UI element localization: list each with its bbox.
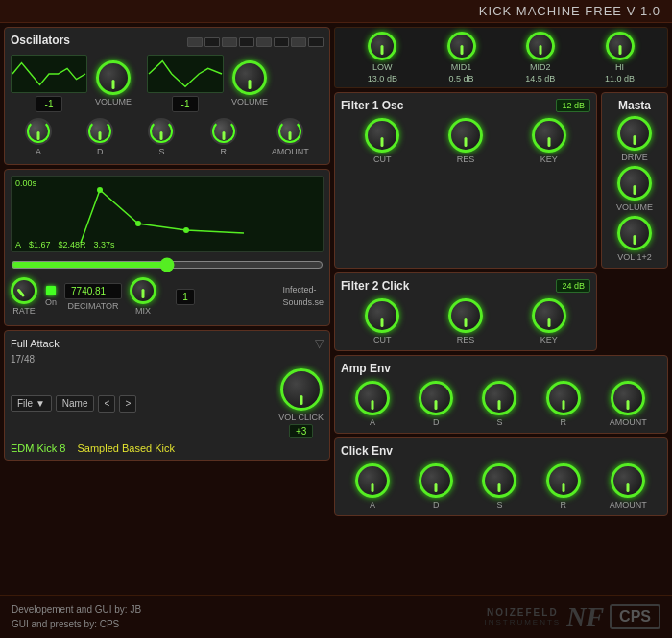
pat-btn-4[interactable] <box>239 37 254 47</box>
filter1-db-badge: 12 dB <box>556 99 590 112</box>
mix-knob[interactable]: MIX <box>130 277 156 316</box>
click-a-dial[interactable] <box>355 463 390 498</box>
filter2-key-knob[interactable]: KEY <box>532 298 566 344</box>
osc-r-knob[interactable]: R <box>210 118 237 156</box>
preset-panel: Full Attack ▽ 17/48 File ▼ Name < > VOL … <box>4 330 330 461</box>
filter1-res-dial[interactable] <box>448 118 483 153</box>
on-indicator[interactable]: On <box>45 286 57 307</box>
osc-s-knob[interactable]: S <box>148 118 175 156</box>
amp-amount-knob[interactable]: AMOUNT <box>610 381 647 427</box>
click-s-dial[interactable] <box>482 463 516 498</box>
name-button[interactable]: Name <box>56 395 95 412</box>
vol-click-knob[interactable] <box>280 368 323 411</box>
osc2-volume-knob-dial[interactable] <box>232 60 267 95</box>
pat-btn-8[interactable] <box>308 37 324 47</box>
osc1-volume-knob-dial[interactable] <box>96 60 131 95</box>
amp-env-knobs: A D S R AMOUNT <box>341 381 661 427</box>
dropdown-arrow[interactable]: ▽ <box>315 337 324 350</box>
filter2-res-dial[interactable] <box>448 298 483 333</box>
filter2-cut-dial[interactable] <box>365 298 399 333</box>
file-dropdown[interactable]: File ▼ <box>11 395 52 412</box>
env-s-value: $1.67 <box>29 240 51 249</box>
filter1-res-knob[interactable]: RES <box>448 118 483 164</box>
masta-drive-knob[interactable]: DRIVE <box>617 116 652 162</box>
click-s-knob[interactable]: S <box>482 463 516 509</box>
filter1-key-dial[interactable] <box>532 118 566 153</box>
filter2-key-dial[interactable] <box>532 298 566 333</box>
masta-vol12-dial[interactable] <box>617 216 652 250</box>
pat-btn-1[interactable] <box>187 37 203 47</box>
osc-amount-knob[interactable]: AMOUNT <box>272 118 309 156</box>
filter2-cut-knob[interactable]: CUT <box>365 298 399 344</box>
click-env-knobs: A D S R AMOUNT <box>341 463 661 509</box>
eq-low-dial[interactable] <box>368 32 396 60</box>
decimator-label: DECIMATOR <box>67 301 118 311</box>
amp-amount-dial[interactable] <box>611 381 645 415</box>
click-r-knob[interactable]: R <box>546 463 581 509</box>
prev-button[interactable]: < <box>98 395 115 413</box>
pat-btn-6[interactable] <box>274 37 289 47</box>
controls-row: RATE On 7740.81 DECIMATOR MIX <box>11 273 324 319</box>
next-button[interactable]: > <box>119 395 136 413</box>
eq-low-knob[interactable] <box>368 32 396 60</box>
osc-s-dial[interactable] <box>148 118 175 145</box>
filter1-panel: Filter 1 Osc 12 dB CUT RES KEY <box>334 92 597 269</box>
osc-r-dial[interactable] <box>210 118 237 145</box>
eq-mid2-dial[interactable] <box>526 32 555 60</box>
amp-s-dial[interactable] <box>482 381 516 415</box>
click-d-knob[interactable]: D <box>419 463 453 509</box>
amp-a-dial[interactable] <box>355 381 390 415</box>
osc2-volume-knob[interactable]: VOLUME <box>231 60 268 106</box>
osc-a-dial[interactable] <box>25 118 52 145</box>
pat-btn-5[interactable] <box>256 37 272 47</box>
decimator-control: 7740.81 DECIMATOR <box>64 283 122 311</box>
masta-vol12-label: VOL 1+2 <box>617 252 651 262</box>
click-r-dial[interactable] <box>546 463 581 498</box>
infected-line2: Sounds.se <box>282 296 324 309</box>
eq-mid1-dial[interactable] <box>447 32 476 60</box>
osc-a-knob[interactable]: A <box>25 118 52 156</box>
osc1-waveform <box>11 55 87 93</box>
mix-dial[interactable] <box>130 277 156 304</box>
env-s2-value: $2.48R <box>59 240 86 249</box>
osc1-volume-knob[interactable]: VOLUME <box>95 60 132 106</box>
osc-d-knob[interactable]: D <box>86 118 113 156</box>
click-amount-knob[interactable]: AMOUNT <box>610 463 647 509</box>
eq-hi-dial[interactable] <box>606 32 635 60</box>
amp-r-dial[interactable] <box>546 381 581 415</box>
pat-btn-7[interactable] <box>291 37 306 47</box>
amp-d-knob[interactable]: D <box>419 381 453 427</box>
amp-a-knob[interactable]: A <box>355 381 390 427</box>
osc-amount-dial[interactable] <box>276 118 303 145</box>
eq-mid2-label: MID2 <box>530 62 551 72</box>
masta-volume-knob[interactable]: VOLUME <box>616 166 653 212</box>
nf-logo: NF <box>566 602 604 632</box>
eq-hi-knob[interactable] <box>606 32 635 60</box>
pat-btn-3[interactable] <box>222 37 237 47</box>
filter1-cut-knob[interactable]: CUT <box>365 118 399 164</box>
filter2-res-knob[interactable]: RES <box>448 298 483 344</box>
eq-mid2-knob[interactable] <box>526 32 555 60</box>
rate-knob[interactable]: RATE <box>11 277 37 316</box>
osc-d-dial[interactable] <box>86 118 113 145</box>
filter1-cut-dial[interactable] <box>365 118 399 153</box>
click-amount-dial[interactable] <box>611 463 645 498</box>
amp-r-knob[interactable]: R <box>546 381 581 427</box>
rate-label: RATE <box>12 306 35 316</box>
click-a-knob[interactable]: A <box>355 463 390 509</box>
masta-volume-dial[interactable] <box>617 166 652 201</box>
decimator-value[interactable]: 7740.81 <box>64 283 122 299</box>
eq-mid1-knob[interactable] <box>447 32 476 60</box>
filter1-key-knob[interactable]: KEY <box>532 118 566 164</box>
click-d-dial[interactable] <box>419 463 453 498</box>
rate-dial[interactable] <box>11 277 37 304</box>
masta-drive-dial[interactable] <box>617 116 652 151</box>
env-slider[interactable] <box>11 260 324 270</box>
led-on[interactable] <box>46 286 56 295</box>
filter1-masta-row: Filter 1 Osc 12 dB CUT RES KEY <box>334 92 668 269</box>
pat-btn-2[interactable] <box>204 37 220 47</box>
masta-vol12-knob[interactable]: VOL 1+2 <box>617 216 652 262</box>
amp-s-knob[interactable]: S <box>482 381 516 427</box>
amp-d-dial[interactable] <box>419 381 453 415</box>
osc2-value: -1 <box>172 96 199 112</box>
